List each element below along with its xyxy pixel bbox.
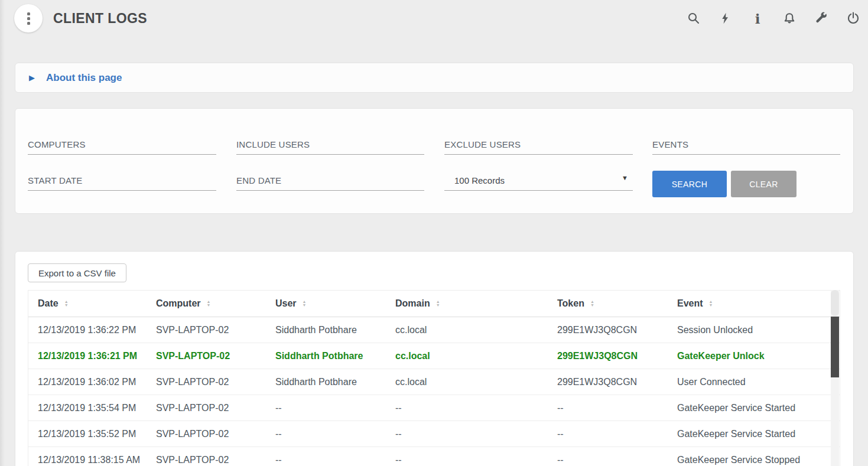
expand-triangle-icon: ▶ — [29, 74, 35, 82]
logs-panel: Export to a CSV file Date▲▼Computer▲▼Use… — [15, 251, 854, 466]
column-label: Token — [557, 298, 584, 309]
bolt-icon[interactable] — [718, 10, 733, 27]
cell-date: 12/13/2019 1:35:54 PM — [38, 403, 156, 413]
cell-computer: SVP-LAPTOP-02 — [156, 351, 275, 361]
column-header-domain[interactable]: Domain▲▼ — [395, 298, 557, 309]
cell-event: GateKeeper Unlock — [677, 351, 840, 361]
column-header-computer[interactable]: Computer▲▼ — [156, 298, 275, 309]
column-header-user[interactable]: User▲▼ — [275, 298, 395, 309]
column-header-event[interactable]: Event▲▼ — [677, 298, 840, 309]
cell-date: 12/13/2019 11:38:15 AM — [38, 455, 156, 465]
cell-token: -- — [557, 403, 677, 413]
cell-token: 299E1WJ3Q8CGN — [557, 325, 677, 335]
top-bar: CLIENT LOGS i — [0, 0, 868, 37]
menu-kebab-button[interactable] — [14, 4, 43, 32]
table-row: 12/13/2019 1:36:21 PMSVP-LAPTOP-02Siddha… — [28, 343, 840, 369]
cell-computer: SVP-LAPTOP-02 — [156, 377, 275, 387]
events-field-wrap — [652, 135, 840, 155]
include-users-field-wrap — [236, 135, 424, 155]
scrollbar-thumb[interactable] — [831, 317, 839, 377]
kebab-icon — [27, 12, 30, 15]
table-row: 12/13/2019 1:35:52 PMSVP-LAPTOP-02------… — [28, 421, 840, 447]
search-icon[interactable] — [686, 10, 701, 27]
cell-user: Siddharth Potbhare — [275, 351, 395, 361]
wrench-icon[interactable] — [814, 10, 829, 27]
cell-user: Siddharth Potbhare — [275, 377, 395, 387]
cell-date: 12/13/2019 1:35:52 PM — [38, 429, 156, 439]
column-label: Domain — [395, 298, 430, 309]
cell-user: -- — [275, 403, 395, 413]
sort-arrows-icon: ▲▼ — [709, 300, 713, 307]
column-header-date[interactable]: Date▲▼ — [38, 298, 156, 309]
start-date-input[interactable] — [28, 171, 216, 191]
sort-arrows-icon: ▲▼ — [590, 300, 594, 307]
cell-date: 12/13/2019 1:36:02 PM — [38, 377, 156, 387]
start-date-field-wrap — [28, 171, 216, 191]
table-scrollbar[interactable] — [831, 290, 839, 466]
cell-event: GateKeeper Service Started — [677, 429, 840, 439]
cell-token: 299E1WJ3Q8CGN — [557, 377, 677, 387]
chevron-down-icon: ▼ — [622, 174, 628, 181]
cell-event: Session Unlocked — [677, 325, 840, 335]
cell-computer: SVP-LAPTOP-02 — [156, 403, 275, 413]
cell-event: GateKeeper Service Stopped — [677, 455, 840, 465]
cell-event: User Connected — [677, 377, 840, 387]
info-icon[interactable]: i — [750, 10, 765, 27]
cell-user: -- — [275, 429, 395, 439]
cell-domain: cc.local — [395, 351, 557, 361]
column-label: Event — [677, 298, 703, 309]
cell-domain: cc.local — [395, 377, 557, 387]
search-button[interactable]: SEARCH — [652, 171, 727, 197]
table-row: 12/13/2019 1:36:22 PMSVP-LAPTOP-02Siddha… — [28, 317, 840, 343]
cell-token: 299E1WJ3Q8CGN — [557, 351, 677, 361]
cell-date: 12/13/2019 1:36:21 PM — [38, 351, 156, 361]
records-select[interactable]: 100 Records ▼ — [444, 171, 633, 191]
end-date-field-wrap — [236, 171, 424, 191]
table-row: 12/13/2019 11:38:15 AMSVP-LAPTOP-02-----… — [28, 447, 840, 466]
cell-domain: -- — [395, 403, 557, 413]
cell-date: 12/13/2019 1:36:22 PM — [38, 325, 156, 335]
export-csv-button[interactable]: Export to a CSV file — [28, 263, 126, 282]
left-edge-shadow — [0, 0, 5, 466]
computers-field-wrap — [28, 135, 216, 155]
filter-panel: 100 Records ▼ SEARCH CLEAR — [15, 108, 854, 214]
include-users-input[interactable] — [236, 135, 424, 155]
cell-computer: SVP-LAPTOP-02 — [156, 325, 275, 335]
bell-icon[interactable] — [782, 10, 797, 27]
power-icon[interactable] — [846, 10, 861, 27]
about-this-page-toggle[interactable]: ▶ About this page — [15, 63, 854, 93]
about-label: About this page — [46, 72, 122, 84]
exclude-users-input[interactable] — [444, 135, 633, 155]
column-label: User — [275, 298, 297, 309]
sort-arrows-icon: ▲▼ — [207, 300, 211, 307]
column-label: Date — [38, 298, 58, 309]
cell-event: GateKeeper Service Started — [677, 403, 840, 413]
topbar-icons: i — [686, 10, 861, 27]
cell-user: -- — [275, 455, 395, 465]
table-header-row: Date▲▼Computer▲▼User▲▼Domain▲▼Token▲▼Eve… — [28, 291, 840, 317]
cell-computer: SVP-LAPTOP-02 — [156, 429, 275, 439]
cell-token: -- — [557, 455, 677, 465]
cell-domain: -- — [395, 455, 557, 465]
table-body: 12/13/2019 1:36:22 PMSVP-LAPTOP-02Siddha… — [28, 317, 840, 466]
records-select-value: 100 Records — [444, 175, 505, 185]
client-logs-table: Date▲▼Computer▲▼User▲▼Domain▲▼Token▲▼Eve… — [28, 290, 840, 466]
table-row: 12/13/2019 1:35:54 PMSVP-LAPTOP-02------… — [28, 395, 840, 421]
cell-computer: SVP-LAPTOP-02 — [156, 455, 275, 465]
table-row: 12/13/2019 1:36:02 PMSVP-LAPTOP-02Siddha… — [28, 369, 840, 395]
cell-domain: -- — [395, 429, 557, 439]
sort-arrows-icon: ▲▼ — [303, 300, 307, 307]
cell-domain: cc.local — [395, 325, 557, 335]
sort-arrows-icon: ▲▼ — [436, 300, 440, 307]
cell-user: Siddharth Potbhare — [275, 325, 395, 335]
events-input[interactable] — [652, 135, 840, 155]
computers-input[interactable] — [28, 135, 216, 155]
end-date-input[interactable] — [236, 171, 424, 191]
sort-arrows-icon: ▲▼ — [64, 300, 69, 307]
column-header-token[interactable]: Token▲▼ — [557, 298, 677, 309]
clear-button[interactable]: CLEAR — [731, 171, 797, 197]
exclude-users-field-wrap — [444, 135, 633, 155]
column-label: Computer — [156, 298, 201, 309]
page-title: CLIENT LOGS — [53, 11, 147, 27]
cell-token: -- — [557, 429, 677, 439]
